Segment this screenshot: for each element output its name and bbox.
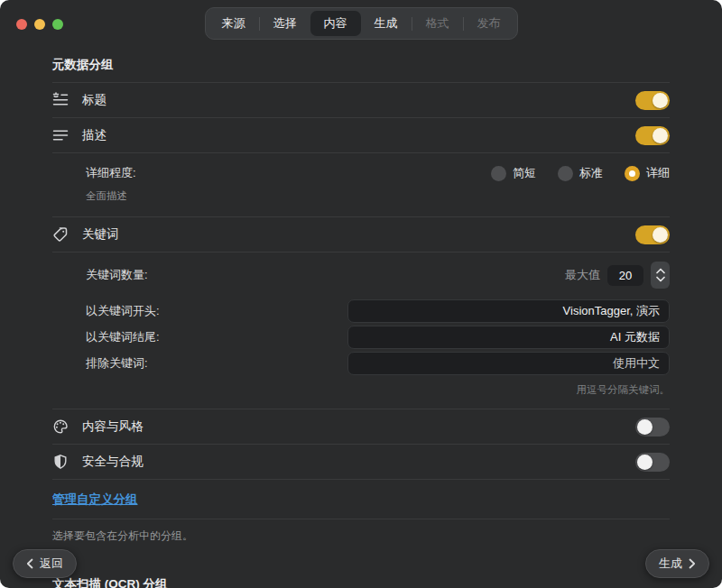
start-keywords-label: 以关键词开头: [86,303,347,319]
detail-level-label: 详细程度: [86,165,136,181]
toggle-knob [653,128,668,143]
radio-standard-label: 标准 [579,165,603,181]
stepper-up-icon[interactable] [655,268,666,274]
row-safety-label: 安全与合规 [82,454,143,470]
row-content-style-label: 内容与风格 [82,418,143,435]
radio-circle [491,166,506,181]
minimize-button[interactable] [34,19,45,30]
chevron-right-icon [689,558,696,569]
toggle-knob [637,419,653,435]
stepper-down-icon[interactable] [655,276,666,282]
radio-detailed[interactable]: 详细 [625,165,670,181]
toggle-knob [653,227,668,243]
toggle-knob [653,93,668,108]
tab-content[interactable]: 内容 [310,11,361,36]
manage-link-row: 管理自定义分组 [52,479,670,519]
start-keywords-input[interactable] [347,299,670,323]
keywords-settings-block: 关键词数量: 最大值 20 以关键词开头: 以关键词结尾: [52,252,670,397]
end-keywords-row: 以关键词结尾: [86,325,670,350]
row-keywords: 关键词 [52,216,670,252]
radio-detailed-label: 详细 [646,165,670,181]
keyword-count-row: 关键词数量: 最大值 20 [86,262,670,288]
detail-level-radios: 简短 标准 详细 [469,165,670,181]
tab-source[interactable]: 来源 [208,11,259,36]
row-safety: 安全与合规 [52,444,670,479]
settings-panel: 元数据分组 标题 描述 [0,47,722,588]
exclude-keywords-row: 排除关键词: [86,351,670,376]
palette-icon [52,418,69,435]
generate-button[interactable]: 生成 [645,549,709,578]
manage-custom-groups-link[interactable]: 管理自定义分组 [52,492,138,506]
max-value-label: 最大值 [565,267,600,283]
close-button[interactable] [16,19,27,30]
keyword-count-label: 关键词数量: [86,267,148,283]
tag-icon [52,226,69,243]
title-text-icon [52,92,69,108]
text-lines-icon [52,127,69,143]
back-button-label: 返回 [40,556,63,572]
radio-short[interactable]: 简短 [491,165,536,181]
metadata-section-title: 元数据分组 [52,47,670,82]
tab-select[interactable]: 选择 [260,11,310,36]
keywords-toggle[interactable] [635,225,670,244]
row-title: 标题 [52,82,670,117]
toggle-knob [637,455,653,470]
keyword-count-stepper[interactable] [651,262,670,289]
exclude-keywords-label: 排除关键词: [86,355,347,372]
radio-circle [558,166,573,181]
title-bar: 来源 选择 内容 生成 格式 发布 [0,0,722,47]
tab-publish[interactable]: 发布 [464,11,514,36]
exclude-keywords-input[interactable] [347,352,670,375]
content-style-toggle[interactable] [635,418,670,436]
end-keywords-input[interactable] [347,326,670,349]
traffic-lights [16,19,63,30]
zoom-button[interactable] [52,19,63,30]
detail-level-block: 详细程度: 简短 标准 详细 全面描述 [52,152,670,216]
description-toggle[interactable] [635,126,670,145]
segmented-tab-bar: 来源 选择 内容 生成 格式 发布 [205,7,518,40]
keyword-count-value[interactable]: 20 [607,265,643,286]
chevron-left-icon [26,558,33,569]
title-toggle[interactable] [635,91,670,110]
tab-generate[interactable]: 生成 [361,11,412,36]
back-button[interactable]: 返回 [13,549,77,578]
shield-icon [52,454,69,470]
section-footer-caption: 选择要包含在分析中的分组。 [52,519,670,553]
row-content-style: 内容与风格 [52,409,670,444]
row-title-label: 标题 [82,92,106,108]
radio-standard[interactable]: 标准 [558,165,603,181]
row-description-label: 描述 [82,127,106,143]
end-keywords-label: 以关键词结尾: [86,329,347,345]
detail-level-caption: 全面描述 [86,189,670,203]
tab-format[interactable]: 格式 [412,11,463,36]
safety-toggle[interactable] [635,453,670,472]
keywords-hint: 用逗号分隔关键词。 [86,383,670,397]
row-keywords-label: 关键词 [82,226,119,243]
radio-short-label: 简短 [513,165,536,181]
radio-circle [625,166,640,181]
row-description: 描述 [52,117,670,152]
ocr-section-title: 文本扫描 (OCR) 分组 [52,553,670,588]
generate-button-label: 生成 [659,556,682,572]
app-window: 来源 选择 内容 生成 格式 发布 元数据分组 标题 [0,0,722,588]
start-keywords-row: 以关键词开头: [86,299,670,324]
